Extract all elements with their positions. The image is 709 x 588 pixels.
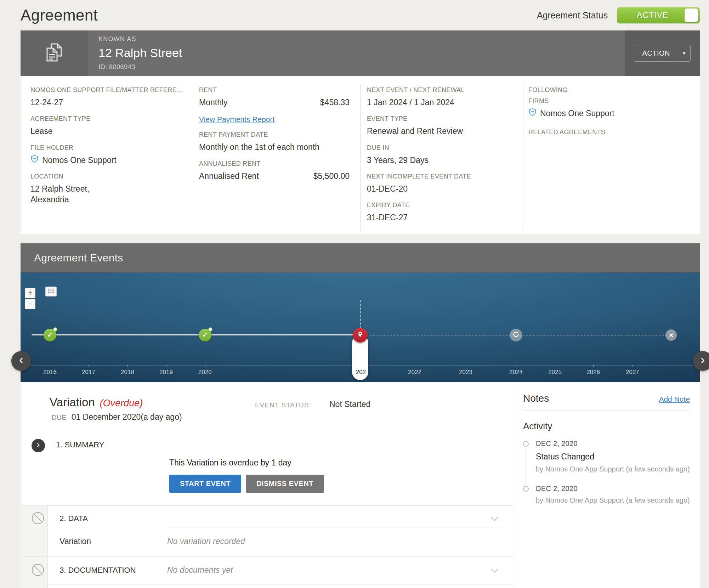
field-value: Renewal and Rent Review bbox=[367, 126, 515, 136]
dismiss-event-button[interactable]: DISMISS EVENT bbox=[246, 475, 324, 493]
divider bbox=[523, 411, 690, 411]
agreement-name: 12 Ralph Street bbox=[98, 46, 182, 60]
year-label: 2024 bbox=[509, 369, 523, 376]
action-button[interactable]: ACTION ▾ bbox=[634, 45, 690, 62]
field-value: Monthly on the 1st of each month bbox=[199, 142, 352, 152]
year-label: 2016 bbox=[43, 369, 57, 376]
overdue-event-marker[interactable] bbox=[353, 328, 368, 343]
activity-item: DEC 2, 2020 by Nomos One App Support (a … bbox=[523, 485, 690, 516]
field-label: RELATED AGREEMENTS bbox=[528, 129, 691, 136]
field-next-incomplete-event: NEXT INCOMPLETE EVENT DATE 01-DEC-20 bbox=[367, 173, 515, 194]
field-related-agreements: RELATED AGREEMENTS bbox=[528, 129, 691, 136]
check-icon: ✓ bbox=[202, 331, 208, 339]
completed-event-marker-2020[interactable]: ✓ bbox=[199, 329, 211, 341]
toggle-knob[interactable] bbox=[685, 9, 698, 22]
field-value: 01-DEC-20 bbox=[367, 183, 515, 194]
field-event-type: EVENT TYPE Renewal and Rent Review bbox=[367, 115, 515, 136]
step-expand-button[interactable]: › bbox=[32, 439, 45, 452]
field-label: LOCATION bbox=[30, 173, 185, 180]
field-file-matter-reference: NOMOS ONE SUPPORT FILE/MATTER REFERE… 12… bbox=[30, 86, 185, 108]
due-value: 01 December 2020(a day ago) bbox=[72, 412, 182, 422]
location-line-1: 12 Ralph Street, bbox=[30, 183, 185, 194]
events-timeline[interactable]: + − ✓ bbox=[21, 272, 700, 382]
rent-period: Monthly bbox=[199, 97, 228, 108]
activity-by: by Nomos One App Support (a few seconds … bbox=[536, 465, 690, 473]
due-label: DUE bbox=[52, 414, 67, 422]
year-label: 2018 bbox=[121, 369, 134, 376]
field-value: Annualised Rent $5,500.00 bbox=[199, 171, 352, 181]
year-label: 2023 bbox=[459, 369, 472, 376]
field-value: Monthly $458.33 bbox=[199, 97, 352, 108]
agreement-events-section: Agreement Events + − bbox=[21, 243, 700, 382]
agreement-status-value: ACTIVE bbox=[637, 11, 668, 20]
field-firms: FIRMS Nomos One Support bbox=[528, 97, 691, 119]
event-title-row: Variation (Overdue) EVENT STATUS: Not St… bbox=[21, 382, 513, 409]
rent-amount: $458.33 bbox=[320, 97, 350, 108]
notes-panel: Notes Add Note Activity DEC 2, 2020 Stat… bbox=[513, 382, 700, 588]
zoom-in-button[interactable]: + bbox=[25, 288, 35, 298]
agreement-id: ID: 8006943 bbox=[98, 63, 182, 71]
field-label: EXPIRY DATE bbox=[367, 202, 515, 209]
field-annualised-rent: ANNUALISED RENT Annualised Rent $5,500.0… bbox=[199, 160, 352, 181]
top-bar: Agreement Agreement Status ACTIVE bbox=[21, 0, 700, 28]
view-payments-report-link[interactable]: View Payments Report bbox=[199, 115, 274, 123]
activity-event: Status Changed bbox=[536, 452, 690, 462]
marker-badge-dot bbox=[53, 327, 57, 332]
nomos-one-logo-icon bbox=[528, 108, 537, 119]
notes-header: Notes Add Note bbox=[523, 393, 690, 404]
event-detail-main: Variation (Overdue) EVENT STATUS: Not St… bbox=[21, 382, 513, 588]
chevron-down-icon[interactable]: ▾ bbox=[678, 45, 690, 61]
nomos-one-logo-icon bbox=[30, 155, 39, 165]
field-value: 1 Jan 2024 / 1 Jan 2024 bbox=[367, 97, 515, 108]
agreement-status-toggle[interactable]: ACTIVE bbox=[617, 7, 700, 23]
chevron-down-icon[interactable] bbox=[491, 514, 498, 521]
field-payments-report: View Payments Report bbox=[199, 115, 352, 124]
notes-title: Notes bbox=[523, 393, 549, 404]
completed-event-marker-2016[interactable]: ✓ bbox=[44, 329, 56, 341]
zoom-out-button[interactable]: − bbox=[25, 299, 35, 309]
data-section-header[interactable]: 2. DATA bbox=[21, 511, 513, 526]
details-column-4: FOLLOWING FIRMS Nomos One Support RELATE… bbox=[523, 84, 700, 231]
start-event-button[interactable]: START EVENT bbox=[169, 475, 241, 493]
variation-data-row: Variation No variation recorded bbox=[21, 527, 513, 556]
due-row: DUE 01 December 2020(a day ago) bbox=[21, 412, 513, 422]
field-value: Lease bbox=[30, 126, 185, 136]
not-available-icon bbox=[32, 564, 44, 576]
activity-item: DEC 2, 2020 Status Changed by Nomos One … bbox=[523, 440, 690, 485]
field-value: 31-DEC-27 bbox=[367, 212, 515, 223]
agreement-details-panel: NOMOS ONE SUPPORT FILE/MATTER REFERE… 12… bbox=[21, 76, 700, 234]
timeline-pan-handle[interactable] bbox=[45, 287, 57, 296]
field-value: 12 Ralph Street, Alexandria bbox=[30, 183, 185, 205]
agreement-events-title: Agreement Events bbox=[34, 252, 123, 264]
add-note-link[interactable]: Add Note bbox=[659, 395, 690, 403]
file-holder-name: Nomos One Support bbox=[42, 155, 117, 165]
expiry-marker[interactable]: × bbox=[665, 329, 677, 341]
field-label: FILE HOLDER bbox=[30, 144, 185, 152]
step-documentation[interactable]: 3. DOCUMENTATION No documents yet bbox=[21, 556, 513, 584]
renewal-icon bbox=[512, 330, 520, 340]
chevron-down-icon[interactable] bbox=[491, 565, 498, 573]
annualised-rent-amount: $5,500.00 bbox=[313, 171, 350, 181]
action-area: ACTION ▾ bbox=[625, 30, 700, 76]
details-column-1: NOMOS ONE SUPPORT FILE/MATTER REFERE… 12… bbox=[21, 84, 194, 231]
step-completion[interactable]: 4. COMPLETION Awaiting completion bbox=[21, 584, 513, 588]
event-detail-panel: Variation (Overdue) EVENT STATUS: Not St… bbox=[21, 382, 700, 588]
details-column-2: RENT Monthly $458.33 View Payments Repor… bbox=[194, 84, 360, 231]
step-data-heading: 2. DATA bbox=[59, 514, 88, 523]
variation-field-label: Variation bbox=[59, 537, 167, 546]
year-label: 2027 bbox=[626, 369, 639, 376]
details-column-3: NEXT EVENT / NEXT RENEWAL 1 Jan 2024 / 1… bbox=[360, 84, 523, 231]
check-icon: ✓ bbox=[47, 331, 53, 339]
marker-badge-dot bbox=[208, 327, 212, 332]
field-label: ANNUALISED RENT bbox=[199, 160, 352, 168]
timeline-prev-button[interactable]: ‹ bbox=[11, 351, 31, 371]
field-next-event: NEXT EVENT / NEXT RENEWAL 1 Jan 2024 / 1… bbox=[367, 86, 515, 108]
step-data: 2. DATA Variation No variation recorded bbox=[21, 506, 513, 556]
renewal-event-marker-2024[interactable] bbox=[510, 329, 522, 341]
page-title: Agreement bbox=[21, 6, 98, 24]
pin-icon bbox=[357, 331, 364, 339]
header-info: KNOWN AS 12 Ralph Street ID: 8006943 bbox=[88, 30, 182, 76]
timeline-zoom-controls: + − bbox=[25, 288, 35, 309]
agreement-events-header: Agreement Events bbox=[21, 243, 700, 272]
variation-field-value: No variation recorded bbox=[167, 537, 245, 546]
